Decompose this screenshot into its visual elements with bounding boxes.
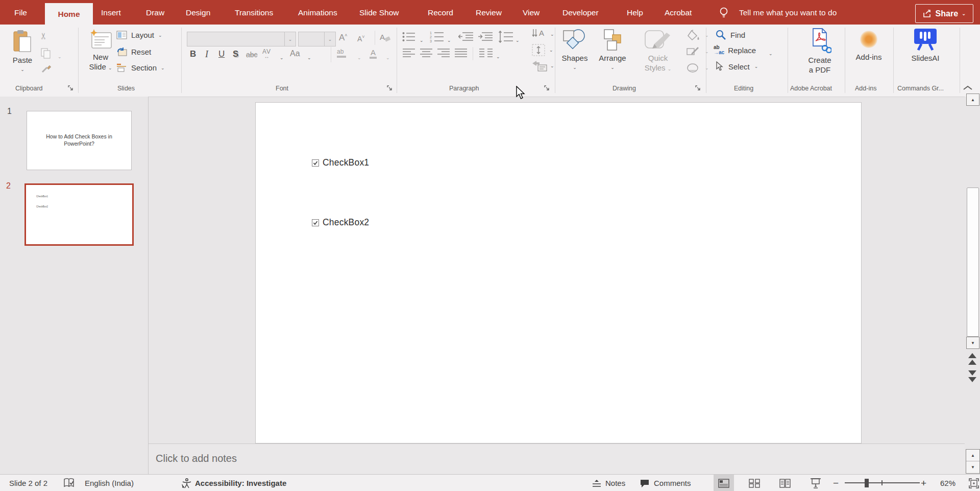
- case-chevron-icon[interactable]: ⌄: [307, 52, 311, 61]
- tab-record[interactable]: Record: [428, 0, 453, 25]
- shape-outline-button[interactable]: ⌄: [687, 46, 709, 57]
- font-dialog-launcher[interactable]: [387, 85, 393, 91]
- font-size-select[interactable]: ⌄: [298, 32, 336, 46]
- tab-insert[interactable]: Insert: [101, 0, 121, 25]
- scrollbar-thumb[interactable]: [967, 188, 979, 337]
- numbering-button[interactable]: 123: [430, 31, 444, 43]
- decrease-indent-button[interactable]: [458, 32, 474, 42]
- previous-slide-button[interactable]: [968, 353, 977, 366]
- tab-developer[interactable]: Developer: [562, 0, 599, 25]
- copy-chevron-icon[interactable]: ⌄: [58, 51, 62, 60]
- columns-button[interactable]: [479, 48, 493, 59]
- slide-canvas[interactable]: CheckBox1 CheckBox2: [255, 102, 862, 443]
- convert-smartart-button[interactable]: ⌄: [532, 60, 554, 72]
- line-spacing-button[interactable]: [498, 31, 513, 43]
- tab-transitions[interactable]: Transitions: [235, 0, 273, 25]
- columns-chevron-icon[interactable]: ⌄: [496, 51, 500, 60]
- accessibility-status[interactable]: Accessibility: Investigate: [195, 475, 286, 491]
- tab-home[interactable]: Home: [45, 3, 93, 25]
- numbering-chevron-icon[interactable]: ⌄: [447, 35, 451, 44]
- zoom-out-button[interactable]: −: [833, 475, 839, 491]
- tab-review[interactable]: Review: [476, 0, 502, 25]
- notes-pane[interactable]: Click to add notes: [149, 443, 965, 475]
- zoom-in-button[interactable]: +: [921, 475, 926, 491]
- scroll-up-button[interactable]: ▲: [966, 93, 979, 106]
- shapes-button[interactable]: Shapes ⌄: [559, 29, 591, 73]
- text-shadow-button[interactable]: S: [233, 49, 238, 59]
- replace-button[interactable]: ab→ac Replace: [714, 45, 756, 55]
- reading-view-button[interactable]: [775, 475, 795, 491]
- spacing-chevron-icon[interactable]: ⌄: [280, 52, 284, 61]
- new-slide-button[interactable]: New Slide ⌄: [86, 29, 115, 73]
- checkbox2-control[interactable]: CheckBox2: [312, 217, 369, 228]
- tab-help[interactable]: Help: [627, 0, 643, 25]
- character-spacing-button[interactable]: AV ↔: [262, 48, 271, 59]
- strikethrough-button[interactable]: abc: [246, 51, 258, 59]
- replace-chevron-icon[interactable]: ⌄: [769, 48, 773, 57]
- layout-button[interactable]: Layout⌄: [116, 31, 162, 39]
- font-color-button[interactable]: A: [370, 48, 377, 59]
- tab-draw[interactable]: Draw: [146, 0, 164, 25]
- italic-button[interactable]: I: [205, 49, 208, 60]
- cut-button[interactable]: ✂: [38, 32, 49, 39]
- font-name-select[interactable]: ⌄: [187, 32, 296, 46]
- next-slide-button[interactable]: [968, 370, 977, 384]
- scroll-down-button[interactable]: ▼: [966, 337, 979, 349]
- clear-formatting-button[interactable]: A: [380, 33, 391, 43]
- spellcheck-icon[interactable]: [63, 478, 76, 488]
- tell-me-box[interactable]: Tell me what you want to do: [739, 0, 837, 25]
- notes-placeholder[interactable]: Click to add notes: [156, 453, 237, 464]
- bullets-button[interactable]: [402, 32, 415, 42]
- arrange-button[interactable]: Arrange ⌄: [595, 29, 630, 73]
- find-button[interactable]: Find: [716, 30, 745, 40]
- tab-acrobat[interactable]: Acrobat: [665, 0, 692, 25]
- change-case-button[interactable]: Aa: [290, 49, 300, 58]
- increase-indent-button[interactable]: [478, 32, 493, 42]
- select-button[interactable]: Select⌄: [716, 61, 758, 72]
- notes-scroll-down-button[interactable]: ▼: [966, 461, 979, 473]
- slide-sorter-view-button[interactable]: [744, 475, 765, 491]
- share-button[interactable]: Share ⌄: [915, 4, 973, 23]
- slide-thumbnail-2[interactable]: CheckBox1 CheckBox2: [24, 183, 134, 246]
- paste-button[interactable]: Paste ⌄: [9, 30, 36, 75]
- notes-scroll-up-button[interactable]: ▲: [966, 450, 979, 461]
- slide-show-button[interactable]: [805, 475, 826, 491]
- collapse-ribbon-button[interactable]: [963, 85, 973, 91]
- highlight-button[interactable]: ab: [337, 48, 346, 58]
- copy-button[interactable]: [41, 48, 51, 59]
- font-color-chevron-icon[interactable]: ⌄: [386, 52, 390, 61]
- shape-fill-button[interactable]: ⌄: [687, 30, 709, 41]
- slide-indicator[interactable]: Slide 2 of 2: [9, 475, 47, 491]
- fit-to-window-button[interactable]: [969, 478, 979, 488]
- tab-view[interactable]: View: [523, 0, 540, 25]
- align-left-button[interactable]: [402, 48, 415, 59]
- reset-button[interactable]: Reset: [116, 47, 151, 56]
- addins-button[interactable]: Add-ins: [848, 28, 889, 62]
- text-direction-button[interactable]: A ⌄: [532, 29, 554, 40]
- bold-button[interactable]: B: [190, 49, 196, 59]
- format-painter-button[interactable]: [41, 63, 52, 74]
- language-selector[interactable]: English (India): [85, 475, 134, 491]
- quick-styles-button[interactable]: QuickStyles ⌄: [635, 29, 680, 74]
- create-pdf-button[interactable]: Createa PDF: [798, 28, 841, 75]
- highlight-chevron-icon[interactable]: ⌄: [357, 52, 361, 61]
- zoom-level[interactable]: 62%: [940, 475, 955, 491]
- justify-button[interactable]: [454, 48, 468, 59]
- slide-thumbnail-1[interactable]: How to Add Check Boxes in PowerPoint?: [27, 111, 132, 170]
- bullets-chevron-icon[interactable]: ⌄: [420, 35, 424, 44]
- notes-toggle-button[interactable]: Notes: [592, 475, 625, 491]
- section-button[interactable]: Section⌄: [116, 63, 165, 72]
- tab-file[interactable]: File: [14, 0, 27, 25]
- shrink-font-button[interactable]: A˅: [357, 34, 365, 43]
- paragraph-dialog-launcher[interactable]: [544, 85, 550, 91]
- tab-animations[interactable]: Animations: [298, 0, 337, 25]
- comments-toggle-button[interactable]: Comments: [640, 475, 691, 491]
- checkbox1-control[interactable]: CheckBox1: [312, 157, 369, 168]
- align-text-button[interactable]: ⌄: [532, 44, 553, 56]
- shape-effects-button[interactable]: ⌄: [687, 62, 709, 74]
- tab-design[interactable]: Design: [186, 0, 210, 25]
- drawing-dialog-launcher[interactable]: [695, 85, 701, 91]
- tab-slide-show[interactable]: Slide Show: [359, 0, 399, 25]
- line-spacing-chevron-icon[interactable]: ⌄: [516, 35, 520, 44]
- zoom-slider-thumb[interactable]: [865, 479, 869, 487]
